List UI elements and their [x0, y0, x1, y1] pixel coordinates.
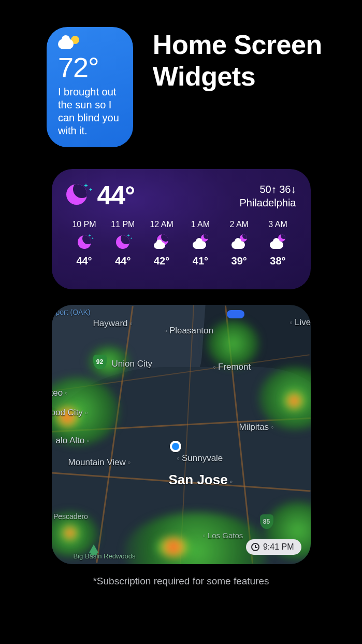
mostly-clear-night-icon — [154, 234, 169, 250]
clear-night-icon: ++ — [77, 234, 92, 250]
map-label: Los Gatos — [203, 531, 243, 540]
partly-cloudy-night-icon — [193, 234, 208, 250]
partly-cloudy-night-icon — [270, 234, 285, 250]
map-label: port (OAK) — [56, 308, 91, 316]
map-label: Big Basin Redwoods — [74, 553, 136, 560]
map-label: alo Alto — [56, 436, 90, 446]
map-label: San Jose — [169, 472, 233, 488]
location-label: Philadelphia — [240, 196, 296, 209]
clear-night-icon: ++ — [66, 184, 89, 207]
time-pill[interactable]: 9:41 PM — [246, 539, 301, 555]
hour-slot: 2 AM 39° — [221, 220, 257, 267]
highway-shield-icon: 92 — [93, 355, 107, 369]
weather-quip: I brought out the sun so I can blind you… — [58, 86, 123, 137]
map-label: Hayward — [93, 318, 133, 329]
hour-slot: 12 AM 42° — [143, 220, 180, 267]
map-label: Milpitas — [239, 422, 274, 432]
map-badge-icon — [227, 310, 244, 318]
clear-night-icon: ++ — [115, 234, 131, 250]
partly-cloudy-night-icon — [231, 234, 247, 250]
map-label: Union City — [112, 359, 152, 369]
map-label: Live — [290, 317, 311, 328]
clock-icon — [251, 543, 259, 551]
partly-sunny-icon — [58, 36, 80, 52]
hour-slot: 3 AM 38° — [259, 220, 296, 267]
current-temp: 44° — [97, 180, 135, 211]
map-label: Fremont — [213, 362, 251, 372]
map-label: Pescadero — [52, 512, 88, 521]
radar-time: 9:41 PM — [263, 542, 294, 552]
map-label: teo — [52, 388, 68, 398]
promo-title: Home Screen Widgets — [153, 29, 336, 93]
map-label: Pleasanton — [165, 326, 214, 336]
hourly-forecast-widget[interactable]: ++ 44° 50↑ 36↓ Philadelphia 10 PM ++ 44°… — [52, 169, 311, 289]
hourly-row: 10 PM ++ 44° 11 PM ++ 44° 12 AM 42° 1 AM… — [66, 220, 296, 267]
map-label: ood City — [52, 408, 88, 418]
hour-slot: 10 PM ++ 44° — [66, 220, 103, 267]
map-label: Sunnyvale — [177, 453, 223, 464]
small-weather-widget[interactable]: 72° I brought out the sun so I can blind… — [47, 27, 133, 147]
current-location-icon — [170, 441, 181, 452]
disclaimer-text: *Subscription required for some features — [0, 576, 362, 587]
radar-map-widget[interactable]: port (OAK) Hayward Pleasanton Live 92 Un… — [52, 305, 311, 564]
map-label: Mountain View — [68, 457, 131, 468]
hour-slot: 1 AM 41° — [182, 220, 219, 267]
high-low: 50↑ 36↓ — [240, 183, 296, 196]
hour-slot: 11 PM ++ 44° — [105, 220, 141, 267]
current-temp: 72° — [58, 53, 123, 82]
highway-shield-icon: 85 — [260, 514, 273, 529]
